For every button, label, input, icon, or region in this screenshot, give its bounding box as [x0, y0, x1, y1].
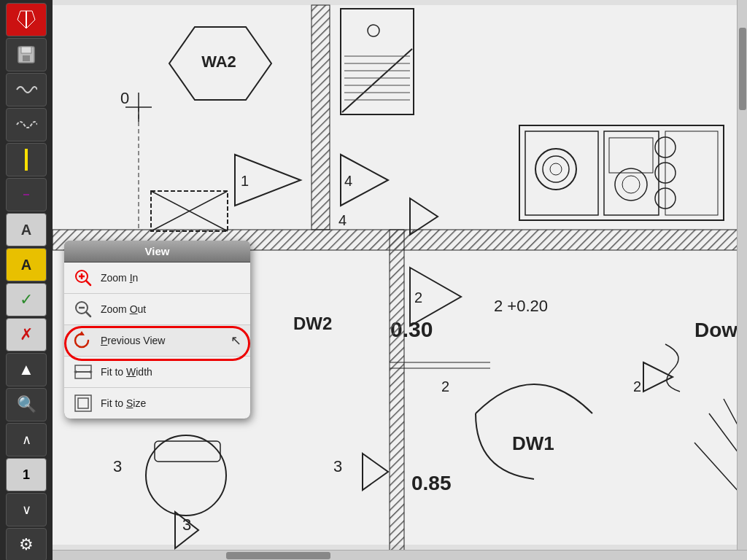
zoom-out-icon: [73, 299, 93, 319]
zoom-out-label: Zoom Out: [101, 303, 146, 315]
svg-rect-3: [21, 47, 31, 53]
checkmark-tool[interactable]: ✓: [6, 283, 47, 316]
svg-rect-6: [23, 194, 29, 195]
svg-line-78: [86, 281, 90, 285]
chevron-up-tool[interactable]: ∧: [6, 423, 47, 456]
svg-text:DW2: DW2: [293, 314, 332, 333]
fit-to-size-menu-item[interactable]: Fit to Size: [64, 388, 250, 419]
horizontal-scrollbar-thumb[interactable]: [226, 552, 330, 559]
logo-button[interactable]: [6, 3, 47, 36]
previous-view-icon: [73, 330, 93, 351]
vertical-scrollbar-thumb[interactable]: [739, 28, 746, 110]
cross-tool[interactable]: ✗: [6, 318, 47, 351]
left-toolbar: A A ✓ ✗ ▲ 🔍 ∧ 1 ∨ ⚙: [0, 0, 53, 560]
svg-text:4: 4: [344, 173, 352, 189]
fit-to-width-label: Fit to Width: [101, 366, 152, 378]
svg-text:3: 3: [333, 457, 342, 475]
svg-rect-67: [390, 230, 404, 558]
yellow-line-tool[interactable]: [6, 143, 47, 176]
svg-text:2: 2: [633, 378, 641, 394]
text-tool-yellow[interactable]: A: [6, 248, 47, 281]
fit-to-size-icon: [73, 393, 93, 413]
search-tool[interactable]: 🔍: [6, 388, 47, 421]
horizontal-scrollbar[interactable]: [53, 550, 747, 560]
svg-marker-82: [79, 331, 85, 335]
up-arrow-tool[interactable]: ▲: [6, 353, 47, 386]
svg-text:1: 1: [241, 173, 249, 189]
svg-rect-5: [25, 149, 28, 171]
fit-to-width-icon: [73, 362, 93, 382]
vertical-scrollbar[interactable]: [737, 0, 747, 550]
svg-rect-4: [23, 55, 30, 61]
wave-tool-2[interactable]: [6, 108, 47, 141]
context-menu: View Zoom In Zoom Out: [64, 241, 250, 419]
cursor-indicator: ↖: [231, 332, 241, 349]
previous-view-menu-item[interactable]: Previous View ↖: [64, 325, 250, 357]
zoom-in-menu-item[interactable]: Zoom In: [64, 262, 250, 294]
svg-text:0: 0: [120, 89, 129, 107]
svg-rect-9: [311, 5, 330, 230]
zoom-in-icon: [73, 268, 93, 288]
wave-tool-1[interactable]: [6, 73, 47, 106]
previous-view-label: Previous View: [101, 335, 165, 346]
fit-to-size-label: Fit to Size: [101, 397, 146, 409]
zoom-in-label: Zoom In: [101, 272, 138, 284]
svg-rect-88: [78, 398, 88, 408]
fit-to-width-menu-item[interactable]: Fit to Width: [64, 357, 250, 388]
context-menu-title: View: [64, 241, 250, 262]
save-button[interactable]: [6, 38, 47, 71]
svg-line-81: [86, 312, 90, 316]
magenta-line-tool[interactable]: [6, 178, 47, 211]
text-tool-light[interactable]: A: [6, 213, 47, 246]
svg-text:DW1: DW1: [512, 432, 554, 454]
svg-text:0.85: 0.85: [411, 472, 452, 494]
svg-text:WA2: WA2: [201, 52, 236, 71]
chevron-down-tool[interactable]: ∨: [6, 493, 47, 526]
zoom-out-menu-item[interactable]: Zoom Out: [64, 294, 250, 325]
page-number[interactable]: 1: [6, 458, 47, 491]
settings-button[interactable]: ⚙: [6, 528, 47, 560]
svg-text:2 +0.20: 2 +0.20: [494, 297, 548, 315]
svg-text:3: 3: [113, 457, 122, 475]
svg-text:2: 2: [414, 289, 422, 306]
svg-text:4: 4: [338, 212, 347, 228]
svg-text:2: 2: [441, 378, 449, 394]
